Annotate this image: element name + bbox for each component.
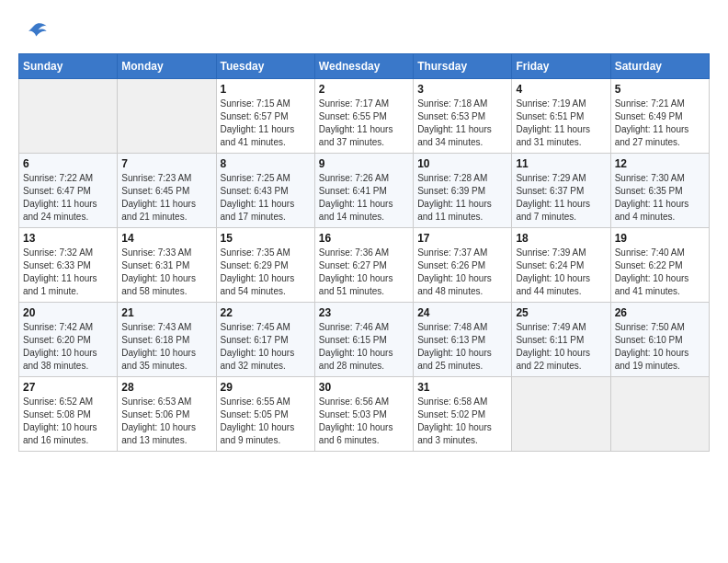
day-number: 3 xyxy=(417,83,507,96)
day-cell: 1 Sunrise: 7:15 AMSunset: 6:57 PMDayligh… xyxy=(216,79,314,154)
day-number: 13 xyxy=(23,232,113,245)
day-cell: 20 Sunrise: 7:42 AMSunset: 6:20 PMDaylig… xyxy=(19,303,118,377)
day-info: Sunrise: 7:29 AMSunset: 6:37 PMDaylight:… xyxy=(516,172,606,224)
week-row-1: 1 Sunrise: 7:15 AMSunset: 6:57 PMDayligh… xyxy=(19,79,710,154)
day-number: 17 xyxy=(417,232,507,245)
day-info: Sunrise: 7:46 AMSunset: 6:15 PMDaylight:… xyxy=(319,321,409,373)
week-row-5: 27 Sunrise: 6:52 AMSunset: 5:08 PMDaylig… xyxy=(19,377,710,452)
day-info: Sunrise: 7:39 AMSunset: 6:24 PMDaylight:… xyxy=(516,247,606,298)
day-number: 29 xyxy=(221,381,311,394)
day-number: 2 xyxy=(319,83,409,96)
day-info: Sunrise: 7:19 AMSunset: 6:51 PMDaylight:… xyxy=(516,98,606,149)
day-cell: 19 Sunrise: 7:40 AMSunset: 6:22 PMDaylig… xyxy=(610,228,709,303)
day-cell: 4 Sunrise: 7:19 AMSunset: 6:51 PMDayligh… xyxy=(512,79,610,154)
week-row-2: 6 Sunrise: 7:22 AMSunset: 6:47 PMDayligh… xyxy=(19,154,710,228)
day-number: 7 xyxy=(121,157,211,170)
day-number: 19 xyxy=(615,232,705,245)
day-info: Sunrise: 6:53 AMSunset: 5:06 PMDaylight:… xyxy=(121,396,211,447)
day-number: 4 xyxy=(516,83,606,96)
day-header-wednesday: Wednesday xyxy=(314,54,413,79)
day-cell: 22 Sunrise: 7:45 AMSunset: 6:17 PMDaylig… xyxy=(216,303,314,377)
day-cell xyxy=(19,79,118,154)
day-info: Sunrise: 7:17 AMSunset: 6:55 PMDaylight:… xyxy=(319,98,409,149)
day-cell: 14 Sunrise: 7:33 AMSunset: 6:31 PMDaylig… xyxy=(118,228,216,303)
day-number: 1 xyxy=(221,83,311,96)
day-info: Sunrise: 7:23 AMSunset: 6:45 PMDaylight:… xyxy=(121,172,211,224)
day-cell: 17 Sunrise: 7:37 AMSunset: 6:26 PMDaylig… xyxy=(414,228,512,303)
day-header-thursday: Thursday xyxy=(414,54,512,79)
day-info: Sunrise: 7:25 AMSunset: 6:43 PMDaylight:… xyxy=(221,172,311,224)
day-cell: 21 Sunrise: 7:43 AMSunset: 6:18 PMDaylig… xyxy=(118,303,216,377)
day-info: Sunrise: 7:18 AMSunset: 6:53 PMDaylight:… xyxy=(417,98,507,149)
day-number: 20 xyxy=(23,306,113,319)
day-info: Sunrise: 7:30 AMSunset: 6:35 PMDaylight:… xyxy=(615,172,705,224)
day-number: 27 xyxy=(23,381,113,394)
day-cell: 12 Sunrise: 7:30 AMSunset: 6:35 PMDaylig… xyxy=(610,154,709,228)
day-info: Sunrise: 7:32 AMSunset: 6:33 PMDaylight:… xyxy=(23,247,113,298)
day-info: Sunrise: 6:58 AMSunset: 5:02 PMDaylight:… xyxy=(417,396,507,447)
day-cell: 25 Sunrise: 7:49 AMSunset: 6:11 PMDaylig… xyxy=(512,303,610,377)
day-cell: 24 Sunrise: 7:48 AMSunset: 6:13 PMDaylig… xyxy=(414,303,512,377)
day-number: 15 xyxy=(221,232,311,245)
day-cell: 26 Sunrise: 7:50 AMSunset: 6:10 PMDaylig… xyxy=(610,303,709,377)
day-info: Sunrise: 7:42 AMSunset: 6:20 PMDaylight:… xyxy=(23,321,113,373)
day-number: 30 xyxy=(319,381,409,394)
calendar-table: SundayMondayTuesdayWednesdayThursdayFrid… xyxy=(18,53,710,452)
day-cell xyxy=(512,377,610,452)
day-info: Sunrise: 7:40 AMSunset: 6:22 PMDaylight:… xyxy=(615,247,705,298)
header-row: SundayMondayTuesdayWednesdayThursdayFrid… xyxy=(19,54,710,79)
day-number: 28 xyxy=(121,381,211,394)
day-cell: 5 Sunrise: 7:21 AMSunset: 6:49 PMDayligh… xyxy=(610,79,709,154)
day-number: 26 xyxy=(615,306,705,319)
week-row-4: 20 Sunrise: 7:42 AMSunset: 6:20 PMDaylig… xyxy=(19,303,710,377)
day-number: 24 xyxy=(417,306,507,319)
day-info: Sunrise: 7:50 AMSunset: 6:10 PMDaylight:… xyxy=(615,321,705,373)
logo-icon xyxy=(22,18,48,44)
day-cell: 8 Sunrise: 7:25 AMSunset: 6:43 PMDayligh… xyxy=(216,154,314,228)
day-cell: 28 Sunrise: 6:53 AMSunset: 5:06 PMDaylig… xyxy=(118,377,216,452)
day-header-saturday: Saturday xyxy=(610,54,709,79)
logo xyxy=(18,18,48,44)
day-number: 9 xyxy=(319,157,409,170)
week-row-3: 13 Sunrise: 7:32 AMSunset: 6:33 PMDaylig… xyxy=(19,228,710,303)
day-cell: 16 Sunrise: 7:36 AMSunset: 6:27 PMDaylig… xyxy=(314,228,413,303)
day-info: Sunrise: 7:37 AMSunset: 6:26 PMDaylight:… xyxy=(417,247,507,298)
day-header-monday: Monday xyxy=(118,54,216,79)
page-header xyxy=(18,18,710,44)
day-number: 10 xyxy=(417,157,507,170)
day-info: Sunrise: 6:56 AMSunset: 5:03 PMDaylight:… xyxy=(319,396,409,447)
day-cell xyxy=(118,79,216,154)
day-number: 21 xyxy=(121,306,211,319)
day-info: Sunrise: 7:45 AMSunset: 6:17 PMDaylight:… xyxy=(221,321,311,373)
day-info: Sunrise: 7:48 AMSunset: 6:13 PMDaylight:… xyxy=(417,321,507,373)
day-header-sunday: Sunday xyxy=(19,54,118,79)
day-cell: 18 Sunrise: 7:39 AMSunset: 6:24 PMDaylig… xyxy=(512,228,610,303)
day-number: 31 xyxy=(417,381,507,394)
day-number: 6 xyxy=(23,157,113,170)
day-cell: 3 Sunrise: 7:18 AMSunset: 6:53 PMDayligh… xyxy=(414,79,512,154)
day-cell: 15 Sunrise: 7:35 AMSunset: 6:29 PMDaylig… xyxy=(216,228,314,303)
day-cell: 7 Sunrise: 7:23 AMSunset: 6:45 PMDayligh… xyxy=(118,154,216,228)
day-number: 16 xyxy=(319,232,409,245)
day-info: Sunrise: 7:49 AMSunset: 6:11 PMDaylight:… xyxy=(516,321,606,373)
day-info: Sunrise: 7:28 AMSunset: 6:39 PMDaylight:… xyxy=(417,172,507,224)
day-cell: 9 Sunrise: 7:26 AMSunset: 6:41 PMDayligh… xyxy=(314,154,413,228)
day-cell: 10 Sunrise: 7:28 AMSunset: 6:39 PMDaylig… xyxy=(414,154,512,228)
day-cell: 2 Sunrise: 7:17 AMSunset: 6:55 PMDayligh… xyxy=(314,79,413,154)
day-number: 12 xyxy=(615,157,705,170)
day-info: Sunrise: 7:21 AMSunset: 6:49 PMDaylight:… xyxy=(615,98,705,149)
day-cell: 13 Sunrise: 7:32 AMSunset: 6:33 PMDaylig… xyxy=(19,228,118,303)
day-number: 14 xyxy=(121,232,211,245)
day-cell: 29 Sunrise: 6:55 AMSunset: 5:05 PMDaylig… xyxy=(216,377,314,452)
day-cell: 30 Sunrise: 6:56 AMSunset: 5:03 PMDaylig… xyxy=(314,377,413,452)
day-cell: 11 Sunrise: 7:29 AMSunset: 6:37 PMDaylig… xyxy=(512,154,610,228)
day-info: Sunrise: 7:26 AMSunset: 6:41 PMDaylight:… xyxy=(319,172,409,224)
day-number: 11 xyxy=(516,157,606,170)
day-cell: 6 Sunrise: 7:22 AMSunset: 6:47 PMDayligh… xyxy=(19,154,118,228)
day-header-tuesday: Tuesday xyxy=(216,54,314,79)
day-info: Sunrise: 7:33 AMSunset: 6:31 PMDaylight:… xyxy=(121,247,211,298)
day-number: 5 xyxy=(615,83,705,96)
day-number: 18 xyxy=(516,232,606,245)
day-number: 25 xyxy=(516,306,606,319)
day-info: Sunrise: 7:43 AMSunset: 6:18 PMDaylight:… xyxy=(121,321,211,373)
